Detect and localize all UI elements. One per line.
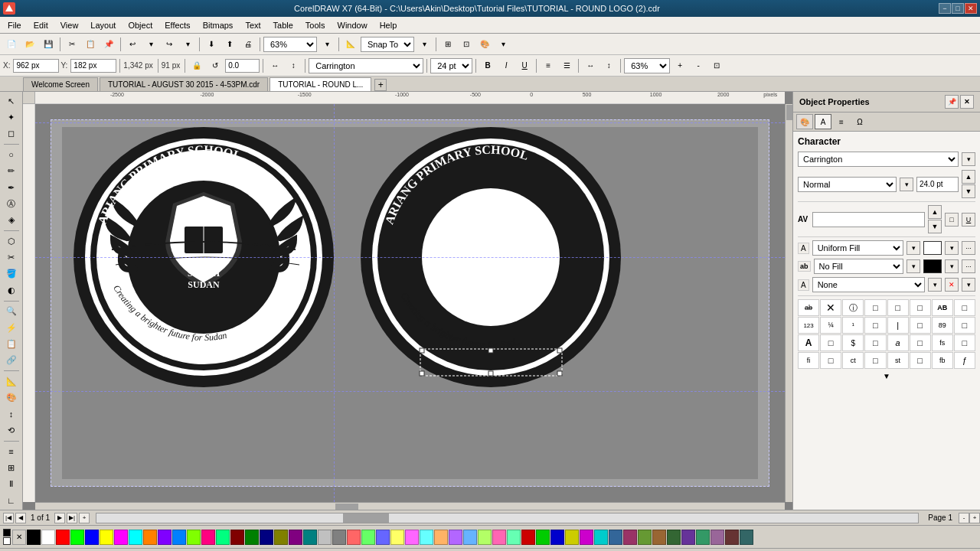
underline-btn[interactable]: U [516,57,533,74]
list-btn[interactable]: ☰ [558,57,575,74]
glyph-circle-i[interactable]: ⓘ [842,299,864,316]
menu-item-edit[interactable]: Edit [28,19,54,31]
color-swatch-35[interactable] [536,530,550,545]
glyph-fs[interactable]: fs [932,334,953,351]
color-swatch-4[interactable] [85,530,99,545]
none-expand[interactable]: ▾ [928,278,942,292]
snap-combo[interactable]: Snap To [361,37,414,52]
left-tool-2[interactable]: ◻ [2,126,21,142]
line-space[interactable]: ↕ [600,57,617,74]
flip-h[interactable]: ↔ [266,57,283,74]
page-last[interactable]: ▶| [67,513,77,523]
scrollbar-thumb-v[interactable] [786,105,792,120]
panel-close[interactable]: ✕ [960,95,974,109]
color-swatch-47[interactable] [710,530,724,545]
font-style-selector[interactable]: Normal [798,177,897,192]
glyph-sq3[interactable]: □ [910,299,931,316]
outline-more[interactable]: ··· [962,259,975,273]
tab-0[interactable]: Welcome Screen [23,77,98,91]
left-tool-19[interactable]: ⟲ [2,422,21,438]
glyph-fi[interactable]: fi [798,352,819,369]
color-swatch-23[interactable] [361,530,375,545]
tab-2[interactable]: TUTORIAL - ROUND L... [270,77,371,91]
left-tool-22[interactable]: Ⅱ [2,476,21,491]
page-first[interactable]: |◀ [3,513,14,523]
color-swatch-30[interactable] [463,530,477,545]
none-x[interactable]: ✕ [945,278,959,292]
glyph-dollar[interactable]: $ [842,334,864,351]
color-swatch-5[interactable] [100,530,113,545]
color-mgmt[interactable]: 🎨 [476,36,493,53]
snap-btn[interactable]: 📐 [342,36,359,53]
color-swatch-7[interactable] [129,530,142,545]
font-name-selector[interactable]: Carrington [798,152,959,167]
zoom-out[interactable]: - [690,57,707,74]
left-tool-12[interactable]: 🔍 [2,303,21,318]
color-swatch-29[interactable] [449,530,462,545]
color-swatch-22[interactable] [347,530,361,545]
color-swatch-17[interactable] [274,530,288,545]
tab-add-button[interactable]: + [374,79,387,91]
size-down[interactable]: ▼ [962,184,975,198]
tab-text[interactable]: A [815,114,831,129]
none-selector[interactable]: None [812,277,925,292]
color-swatch-43[interactable] [652,530,666,545]
zoom-combo[interactable]: 63% [263,37,317,52]
glyph-f[interactable]: ƒ [954,352,975,369]
view-btn2[interactable]: ⊡ [458,36,475,53]
panel-pin[interactable]: 📌 [945,95,959,109]
glyph-sq9[interactable]: □ [864,334,886,351]
outline-type-selector[interactable]: No Fill [814,259,903,274]
color-swatch-9[interactable] [158,530,172,545]
fill-expand[interactable]: ▾ [906,241,920,255]
none-drop[interactable]: ▾ [962,278,975,292]
color-swatch-25[interactable] [390,530,404,545]
left-tool-1[interactable]: ✦ [2,109,21,125]
tab-char[interactable]: Ω [851,114,868,129]
x-input[interactable] [13,59,59,73]
scroll-track[interactable] [96,513,919,523]
color-swatch-42[interactable] [638,530,652,545]
color-swatch-27[interactable] [420,530,433,545]
glyph-frac[interactable]: ¼ [820,317,841,334]
size-selector[interactable]: 24 pt [430,58,472,73]
glyph-sq4[interactable]: □ [954,299,975,316]
menu-item-help[interactable]: Help [374,19,403,31]
color-swatch-49[interactable] [740,530,753,545]
glyph-ab[interactable]: ab [798,299,819,316]
kern-lock[interactable]: □ [945,213,959,227]
undo-button[interactable]: ↩ [124,36,141,53]
print-button[interactable]: 🖨 [240,36,256,53]
fill-more[interactable]: ··· [962,241,975,255]
color-swatch-19[interactable] [303,530,317,545]
kern-underline[interactable]: U [962,213,975,227]
left-tool-4[interactable]: ✏ [2,163,21,178]
minimize-button[interactable]: − [939,3,951,14]
color-swatch-11[interactable] [187,530,201,545]
glyph-A-big[interactable]: A [798,334,819,351]
color-swatch-45[interactable] [681,530,695,545]
redo-arrow[interactable]: ▾ [179,36,196,53]
left-tool-21[interactable]: ⊞ [2,460,21,475]
color-swatch-44[interactable] [667,530,681,545]
fill-color-box[interactable] [923,241,942,255]
left-tool-16[interactable]: 📐 [2,373,21,389]
menu-item-bitmaps[interactable]: Bitmaps [197,19,240,31]
glyph-sq7[interactable]: □ [954,317,975,334]
menu-item-effects[interactable]: Effects [158,19,196,31]
char-space[interactable]: ↔ [582,57,599,74]
color-swatch-37[interactable] [565,530,579,545]
left-tool-3[interactable]: ○ [2,147,21,162]
glyph-num[interactable]: 89 [932,317,953,334]
glyph-sq2[interactable]: □ [887,299,909,316]
size-up[interactable]: ▲ [962,170,975,184]
color-swatch-38[interactable] [580,530,593,545]
style-expand[interactable]: ▾ [900,178,913,191]
scrollbar-vertical[interactable] [785,104,792,502]
fill-type-selector[interactable]: Uniform Fill [812,240,903,256]
open-button[interactable]: 📂 [21,36,38,53]
bold-btn[interactable]: B [479,57,496,74]
no-color-swatch[interactable]: ✕ [12,530,26,545]
menu-item-view[interactable]: View [54,19,85,31]
glyph-pipe[interactable]: | [887,317,909,334]
